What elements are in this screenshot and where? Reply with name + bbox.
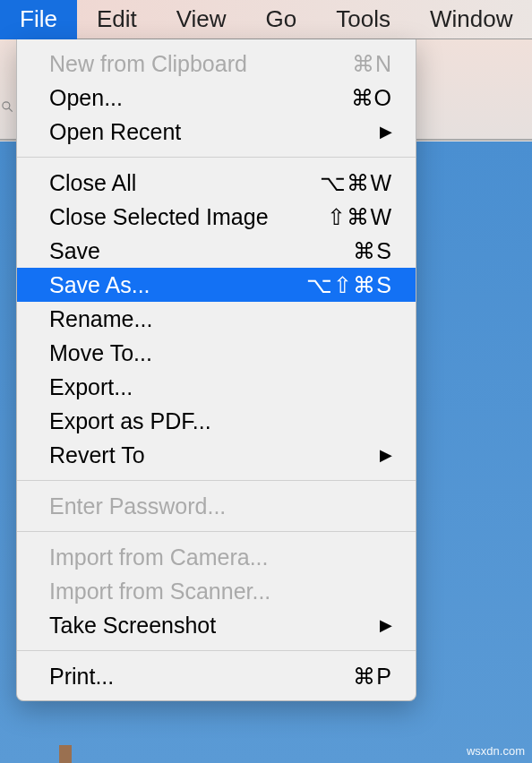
menu-item-move-to[interactable]: Move To...	[17, 336, 416, 370]
menu-item-export[interactable]: Export...	[17, 370, 416, 404]
menu-item-label: Open Recent	[49, 119, 181, 145]
menu-file[interactable]: File	[0, 0, 77, 39]
menu-item-new-from-clipboard: New from Clipboard ⌘N	[17, 47, 416, 81]
menu-item-label: Revert To	[49, 442, 145, 468]
menu-item-label: New from Clipboard	[49, 51, 247, 77]
menu-item-shortcut: ⌥⌘W	[320, 170, 392, 196]
menu-item-label: Import from Scanner...	[49, 579, 270, 604]
menu-item-label: Close All	[49, 170, 136, 196]
menu-item-label: Import from Camera...	[49, 544, 269, 570]
menu-item-shortcut: ⌘N	[352, 51, 392, 77]
menu-item-shortcut: ⇧⌘W	[327, 204, 392, 230]
menu-item-label: Save	[49, 238, 100, 264]
menu-item-export-as-pdf[interactable]: Export as PDF...	[17, 404, 416, 438]
watermark-text: wsxdn.com	[467, 744, 525, 758]
menu-item-label: Close Selected Image	[49, 204, 269, 230]
menu-item-open[interactable]: Open... ⌘O	[17, 81, 416, 115]
menu-item-shortcut: ⌘S	[353, 238, 392, 264]
svg-point-0	[3, 102, 10, 109]
menu-window[interactable]: Window	[410, 0, 532, 39]
submenu-arrow-icon: ▶	[380, 445, 392, 465]
menu-item-label: Export...	[49, 374, 133, 400]
menu-item-shortcut: ⌘O	[351, 85, 392, 111]
menu-item-rename[interactable]: Rename...	[17, 302, 416, 336]
menu-view[interactable]: View	[157, 0, 246, 39]
menu-item-save-as[interactable]: Save As... ⌥⇧⌘S	[17, 268, 416, 302]
menu-item-shortcut: ⌥⇧⌘S	[306, 272, 392, 298]
file-dropdown-menu: New from Clipboard ⌘N Open... ⌘O Open Re…	[16, 39, 416, 701]
menu-item-close-all[interactable]: Close All ⌥⌘W	[17, 166, 416, 200]
menu-item-shortcut: ⌘P	[353, 664, 392, 690]
menu-item-label: Move To...	[49, 340, 152, 366]
menu-separator	[17, 480, 416, 481]
menu-item-import-from-scanner: Import from Scanner...	[17, 574, 416, 608]
menu-separator	[17, 157, 416, 158]
submenu-arrow-icon: ▶	[380, 615, 392, 635]
menu-separator	[17, 531, 416, 532]
menu-edit[interactable]: Edit	[77, 0, 157, 39]
menu-item-enter-password: Enter Password...	[17, 489, 416, 523]
menu-item-label: Save As...	[49, 272, 150, 298]
menu-item-import-from-camera: Import from Camera...	[17, 540, 416, 574]
menu-item-label: Print...	[49, 664, 114, 690]
svg-line-1	[9, 108, 13, 112]
submenu-arrow-icon: ▶	[380, 122, 392, 141]
menu-item-label: Rename...	[49, 306, 152, 332]
menu-item-save[interactable]: Save ⌘S	[17, 234, 416, 268]
menu-item-label: Open...	[49, 85, 123, 111]
menu-item-revert-to[interactable]: Revert To ▶	[17, 438, 416, 472]
menu-item-label: Export as PDF...	[49, 408, 211, 434]
menu-item-label: Take Screenshot	[49, 613, 216, 639]
search-icon	[0, 89, 14, 124]
menu-item-open-recent[interactable]: Open Recent ▶	[17, 115, 416, 149]
background-detail	[59, 745, 72, 763]
menu-tools[interactable]: Tools	[316, 0, 410, 39]
menu-go[interactable]: Go	[246, 0, 317, 39]
menu-item-print[interactable]: Print... ⌘P	[17, 659, 416, 693]
menu-item-close-selected-image[interactable]: Close Selected Image ⇧⌘W	[17, 200, 416, 234]
menu-item-take-screenshot[interactable]: Take Screenshot ▶	[17, 608, 416, 642]
menu-item-label: Enter Password...	[49, 493, 226, 519]
menubar: File Edit View Go Tools Window	[0, 0, 532, 39]
menu-separator	[17, 650, 416, 651]
